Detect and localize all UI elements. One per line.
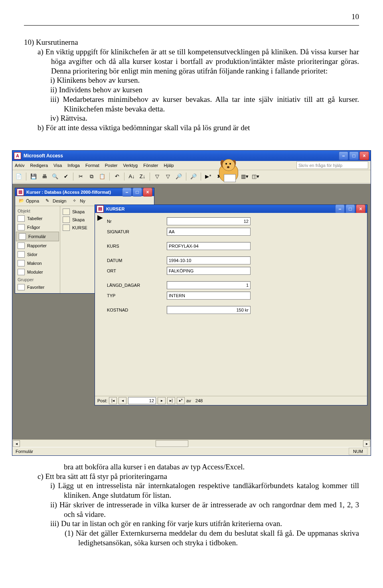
objects-favoriter[interactable]: Favoriter: [15, 283, 60, 292]
db-new-button[interactable]: ✧Ny: [71, 197, 87, 205]
text-line: iii) Du tar in listan och gör en ranking…: [24, 519, 359, 528]
toolbar-find-icon[interactable]: 🔎: [174, 172, 184, 181]
form-minimize-button[interactable]: –: [335, 205, 345, 213]
objects-rapporter[interactable]: Rapporter: [15, 241, 60, 250]
field-label-langd: LÄNGD_DAGAR: [107, 283, 167, 288]
toolbar-cut-icon[interactable]: ✂: [76, 172, 85, 181]
db-close-button[interactable]: ×: [143, 188, 152, 197]
menu-fonster[interactable]: Fönster: [143, 163, 158, 168]
toolbar-rel-icon[interactable]: ◫▾: [251, 172, 260, 181]
toolbar-sort-asc-icon[interactable]: A↓: [127, 172, 136, 181]
menu-visa[interactable]: Visa: [53, 163, 62, 168]
nav-of-label: av: [186, 398, 191, 403]
text-line: c) Ett bra sätt att få styr på prioriter…: [24, 472, 359, 481]
db-minimize-button[interactable]: –: [122, 188, 132, 197]
objects-fragor[interactable]: Frågor: [15, 223, 60, 232]
toolbar-undo-icon[interactable]: ↶: [112, 172, 122, 181]
toolbar-spell-icon[interactable]: ✔: [61, 172, 71, 181]
macro-icon: [18, 260, 25, 266]
field-kostnad[interactable]: [167, 306, 251, 314]
nav-last-button[interactable]: ▸|: [167, 397, 175, 404]
wizard-icon: [63, 209, 70, 215]
form-maximize-button[interactable]: □: [345, 205, 355, 213]
toolbar-newrec-icon[interactable]: ▶*: [203, 172, 213, 181]
page-number: 10: [24, 12, 359, 22]
nav-prev-button[interactable]: ◂: [118, 397, 126, 404]
toolbar-preview-icon[interactable]: 🔍: [50, 172, 60, 181]
form-body: Nr SIGNATUR KURS DATUM ORT LÄNGD_DAGAR T…: [95, 213, 367, 396]
scroll-thumb[interactable]: [156, 440, 188, 447]
scroll-left-button[interactable]: ◂: [13, 440, 20, 447]
field-label-ort: ORT: [107, 268, 167, 273]
horizontal-scrollbar[interactable]: ◂ ▸: [12, 439, 371, 447]
status-mode: Formulär: [16, 449, 33, 454]
nav-label: Post:: [97, 398, 107, 403]
objects-formular[interactable]: Formulär: [16, 232, 59, 241]
db-design-button[interactable]: ✎Design: [43, 197, 68, 205]
field-label-kurs: KURS: [107, 244, 167, 248]
nav-total: 248: [195, 398, 203, 403]
menu-hjalp[interactable]: Hjälp: [164, 163, 174, 168]
main-titlebar[interactable]: A Microsoft Access – □ ×: [12, 151, 371, 161]
toolbar-paste-icon[interactable]: 📋: [97, 172, 107, 181]
maximize-button[interactable]: □: [349, 151, 359, 160]
toolbar-view-icon[interactable]: 📄: [14, 172, 24, 181]
menu-arkiv[interactable]: Arkiv: [15, 163, 24, 168]
text-line: (1) När det gäller Externkurserna meddel…: [24, 528, 359, 548]
text-line: bra att bokföra alla kurser i en databas…: [24, 462, 359, 472]
toolbar-filter2-icon[interactable]: ▽: [163, 172, 173, 181]
text-line: iii) Medarbetares minimibehov av kurser …: [24, 95, 359, 114]
scroll-right-button[interactable]: ▸: [363, 440, 370, 447]
page-icon: [18, 251, 25, 258]
field-label-nr: Nr: [107, 219, 167, 224]
kurser-form-window[interactable]: ▤ KURSER – □ × Nr SIGNATUR KURS: [95, 205, 367, 405]
toolbar-copy-icon[interactable]: ⧉: [87, 172, 96, 181]
close-button[interactable]: ×: [359, 151, 369, 160]
nav-new-button[interactable]: ▸*: [177, 397, 185, 404]
form-window-title: KURSER: [106, 207, 124, 211]
toolbar-find2-icon[interactable]: 🔎: [189, 172, 198, 181]
menu-redigera[interactable]: Redigera: [30, 163, 48, 168]
toolbar-print-icon[interactable]: 🖶: [39, 172, 49, 181]
report-icon: [18, 242, 25, 249]
field-ort[interactable]: [167, 267, 251, 275]
minimize-button[interactable]: –: [339, 151, 348, 160]
objects-sidor[interactable]: Sidor: [15, 250, 60, 259]
form-item-icon: [63, 224, 70, 231]
nav-first-button[interactable]: |◂: [109, 397, 117, 404]
menu-verktyg[interactable]: Verktyg: [123, 163, 138, 168]
field-signatur[interactable]: [167, 228, 251, 236]
menu-infoga[interactable]: Infoga: [67, 163, 80, 168]
field-langd[interactable]: [167, 281, 251, 289]
record-selector-icon[interactable]: [97, 215, 103, 221]
form-icon: [19, 233, 26, 240]
new-icon: ✧: [73, 198, 78, 204]
field-typ[interactable]: [167, 292, 251, 300]
menu-format[interactable]: Format: [85, 163, 99, 168]
table-icon: [18, 215, 25, 222]
main-toolbar: 📄 💾 🖶 🔍 ✔ ✂ ⧉ 📋 ↶ A↓ Z↓ ▽ ▽ 🔎 🔎 ▶* ✖: [12, 170, 371, 183]
toolbar-obj-icon[interactable]: ▥▾: [240, 172, 249, 181]
nav-next-button[interactable]: ▸: [158, 397, 166, 404]
field-datum[interactable]: [167, 256, 251, 264]
text-line: i) Lägg ut en intresselista när internka…: [24, 481, 359, 500]
field-kurs[interactable]: [167, 242, 251, 250]
office-assistant-dog[interactable]: [216, 158, 241, 185]
field-nr[interactable]: [167, 217, 251, 225]
objects-pane: Objekt Tabeller Frågor Formulär Rapporte…: [15, 206, 60, 293]
mdi-area: ▥ Kurser : Databas (Access 2000-filforma…: [12, 183, 371, 439]
nav-current-input[interactable]: 12: [128, 397, 156, 404]
objects-moduler[interactable]: Moduler: [15, 268, 60, 276]
access-main-window: A Microsoft Access – □ × Arkiv Redigera …: [12, 150, 371, 456]
toolbar-sort-desc-icon[interactable]: Z↓: [138, 172, 147, 181]
menu-poster[interactable]: Poster: [105, 163, 118, 168]
objects-tabeller[interactable]: Tabeller: [15, 214, 60, 223]
db-maximize-button[interactable]: □: [132, 188, 142, 197]
form-window-icon: ▤: [97, 205, 104, 213]
objects-makron[interactable]: Makron: [15, 259, 60, 268]
db-open-button[interactable]: 📂Öppna: [17, 197, 41, 205]
toolbar-filter-icon[interactable]: ▽: [152, 172, 162, 181]
help-search-input[interactable]: Skriv en fråga för hjälp: [296, 161, 368, 169]
form-close-button[interactable]: ×: [356, 205, 365, 213]
toolbar-save-icon[interactable]: 💾: [29, 172, 38, 181]
